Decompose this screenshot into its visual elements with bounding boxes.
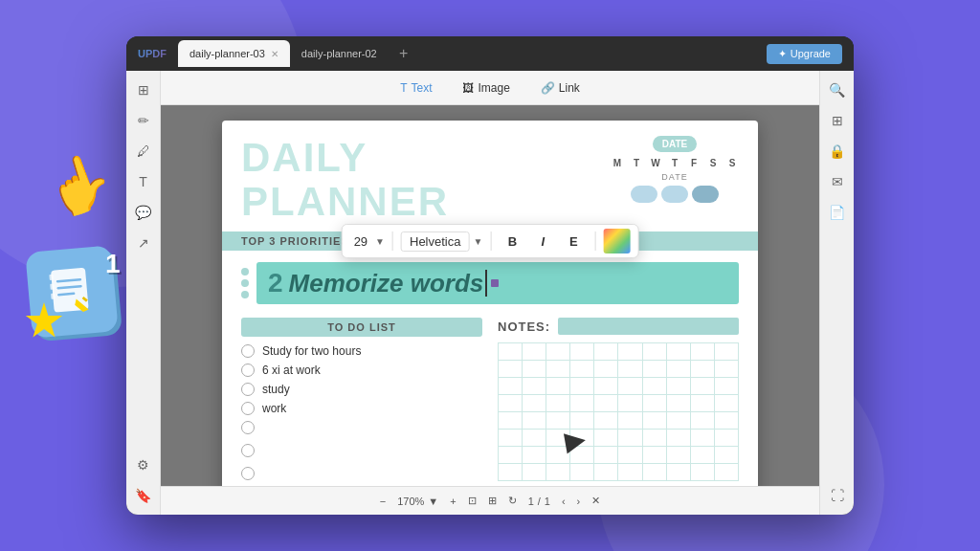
planner-right: DATE M T W T F S S DATE xyxy=(611,136,739,203)
notes-cell xyxy=(546,464,570,481)
right-doc-icon[interactable]: 📄 xyxy=(826,201,849,224)
align-button[interactable]: E xyxy=(560,229,587,253)
toolbar-divider-3 xyxy=(594,231,595,251)
right-lock-icon[interactable]: 🔒 xyxy=(826,140,849,163)
right-expand-icon[interactable]: ⛶ xyxy=(826,484,849,507)
notes-cell xyxy=(594,343,618,361)
fit-width-button[interactable]: ⊡ xyxy=(468,495,477,507)
svg-line-6 xyxy=(58,294,74,295)
notes-cell xyxy=(618,378,642,395)
toolbar-image[interactable]: 🖼 Image xyxy=(455,77,517,99)
notes-cell xyxy=(642,395,666,412)
notes-cell xyxy=(666,361,690,378)
sidebar-text-icon[interactable]: T xyxy=(132,170,155,193)
notes-cell xyxy=(499,464,523,481)
todo-circle-5 xyxy=(241,421,255,434)
notes-cell xyxy=(499,343,523,361)
notes-cell xyxy=(523,412,546,430)
bullet-dot-2 xyxy=(241,279,249,287)
right-grid-icon[interactable]: ⊞ xyxy=(826,109,849,132)
tab-label-1: daily-planner-03 xyxy=(189,48,265,59)
sidebar-settings-icon[interactable]: ⚙ xyxy=(132,453,155,476)
notes-cell xyxy=(594,430,618,447)
prev-page-button[interactable]: ‹ xyxy=(562,496,566,507)
notes-cell xyxy=(594,464,618,481)
tab-planner-03[interactable]: daily-planner-03 ✕ xyxy=(178,40,290,67)
font-size-arrow[interactable]: ▼ xyxy=(375,236,385,247)
svg-rect-2 xyxy=(50,284,55,290)
sidebar-pen-icon[interactable]: 🖊 xyxy=(132,140,155,163)
planner-title: DAILY PLANNER xyxy=(241,136,449,224)
app-logo: UPDF xyxy=(138,48,167,59)
notes-cell xyxy=(499,412,523,430)
color-picker-button[interactable] xyxy=(603,229,630,253)
notes-cell xyxy=(523,343,546,361)
doc-canvas[interactable]: DAILY PLANNER DATE M T W T F S xyxy=(161,105,819,486)
todo-circle-4 xyxy=(241,402,255,415)
notes-cell xyxy=(642,361,666,378)
sidebar-share-icon[interactable]: ↗ xyxy=(132,231,155,254)
font-name-selector[interactable]: Helvetica xyxy=(401,231,469,252)
notes-cell xyxy=(642,430,666,447)
toolbar-link[interactable]: 🔗 Link xyxy=(533,77,588,99)
upgrade-button[interactable]: ✦ Upgrade xyxy=(767,44,842,64)
notes-cell xyxy=(690,430,714,447)
cloud-icon-1 xyxy=(631,186,657,203)
right-search-icon[interactable]: 🔍 xyxy=(826,78,849,101)
sidebar-bookmark-icon[interactable]: 🔖 xyxy=(132,484,155,507)
notes-cell xyxy=(570,464,594,481)
notes-cell xyxy=(546,343,570,361)
zoom-out-button[interactable]: − xyxy=(380,496,386,507)
rotate-button[interactable]: ↻ xyxy=(508,495,517,507)
notes-cell xyxy=(523,361,546,378)
todo-item-1: Study for two hours xyxy=(241,344,482,358)
zoom-in-button[interactable]: + xyxy=(450,496,456,507)
sidebar-edit-icon[interactable]: ✏ xyxy=(132,109,155,132)
next-page-button[interactable]: › xyxy=(577,496,581,507)
notes-cell xyxy=(642,412,666,430)
notes-cell xyxy=(594,378,618,395)
days-row: M T W T F S S xyxy=(611,158,739,168)
zoom-arrow: ▼ xyxy=(428,496,438,507)
right-mail-icon[interactable]: ✉ xyxy=(826,170,849,193)
notes-cell xyxy=(714,430,738,447)
notes-cell xyxy=(618,343,642,361)
text-edit-toolbar: 29 ▼ Helvetica ▼ B I E xyxy=(342,224,639,258)
notes-cell xyxy=(690,412,714,430)
notes-cell xyxy=(690,447,714,464)
day-t1: T xyxy=(630,158,643,168)
sidebar-home-icon[interactable]: ⊞ xyxy=(132,78,155,101)
close-status-button[interactable]: ✕ xyxy=(591,495,600,507)
memorize-section: 2 Memorize words xyxy=(222,251,758,310)
font-size-value: 29 xyxy=(350,232,371,251)
tab-planner-02[interactable]: daily-planner-02 xyxy=(290,40,389,67)
bold-button[interactable]: B xyxy=(499,229,525,253)
sidebar-comment-icon[interactable]: 💬 xyxy=(132,201,155,224)
tab-close-1[interactable]: ✕ xyxy=(271,49,278,59)
notes-cell xyxy=(618,412,642,430)
page-separator: / xyxy=(538,496,541,507)
day-s2: S xyxy=(725,158,739,168)
todo-item-6 xyxy=(241,444,482,457)
fit-page-button[interactable]: ⊞ xyxy=(488,495,497,507)
zoom-out-icon: − xyxy=(380,496,386,507)
font-dropdown-arrow[interactable]: ▼ xyxy=(473,236,482,247)
notes-row xyxy=(499,395,739,412)
text-cursor xyxy=(485,270,487,297)
edit-toolbar: T Text 🖼 Image 🔗 Link xyxy=(161,71,819,105)
app-window: UPDF daily-planner-03 ✕ daily-planner-02… xyxy=(126,36,854,515)
svg-rect-1 xyxy=(49,275,54,280)
notes-cell xyxy=(546,447,570,464)
tab-add-button[interactable]: + xyxy=(392,42,415,65)
notes-cell xyxy=(523,447,546,464)
zoom-level[interactable]: 170% ▼ xyxy=(397,496,438,507)
toolbar-text[interactable]: T Text xyxy=(392,77,439,99)
italic-button[interactable]: I xyxy=(529,229,556,253)
badge-number: 1 xyxy=(105,249,121,279)
notes-cell xyxy=(642,447,666,464)
day-s1: S xyxy=(706,158,720,168)
upgrade-star-icon: ✦ xyxy=(778,48,787,60)
memorize-number: 2 xyxy=(268,268,283,298)
todo-circle-2 xyxy=(241,364,255,377)
memorize-text-box[interactable]: 2 Memorize words xyxy=(256,262,739,304)
